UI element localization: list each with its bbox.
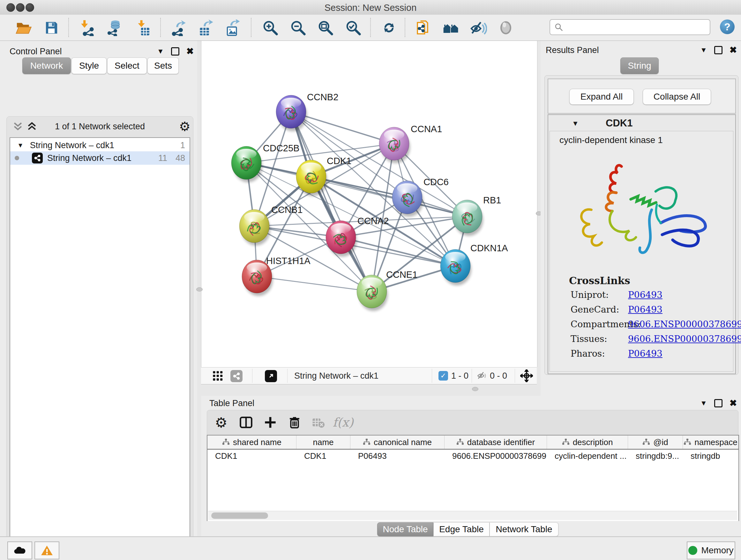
export-network-icon[interactable] xyxy=(169,18,187,37)
zoom-selected-icon[interactable] xyxy=(344,18,362,37)
hidden-items-count: 0 - 0 xyxy=(490,371,507,381)
crosslink-link[interactable]: P06493 xyxy=(628,348,663,359)
import-network-from-database-icon[interactable] xyxy=(105,18,124,37)
horizontal-splitter-handle[interactable] xyxy=(472,387,478,391)
network-node-count: 11 xyxy=(158,153,167,163)
results-panel-float-icon[interactable] xyxy=(714,46,723,54)
tab-edge-table[interactable]: Edge Table xyxy=(433,522,489,537)
table-cell[interactable]: CDK1 xyxy=(207,449,296,462)
table-panel-menu-icon[interactable]: ▼ xyxy=(700,399,707,408)
vertical-splitter-handle[interactable] xyxy=(196,287,203,292)
control-panel-float-icon[interactable] xyxy=(171,47,179,56)
network-status-dot xyxy=(15,156,19,160)
memory-status-dot xyxy=(688,546,697,555)
export-table-icon[interactable] xyxy=(196,18,214,37)
column-header-database-identifier[interactable]: database identifier xyxy=(445,435,547,449)
control-panel-close-icon[interactable]: ✖ xyxy=(186,46,194,57)
column-header-namespace[interactable]: namespace xyxy=(683,435,738,449)
node-label-CDC6: CDC6 xyxy=(423,177,449,187)
save-session-icon[interactable] xyxy=(42,18,61,37)
column-header-canonical-name[interactable]: canonical name xyxy=(350,435,445,449)
delete-column-icon[interactable] xyxy=(285,413,304,432)
table-cell[interactable]: P06493 xyxy=(350,449,445,462)
control-panel-menu-icon[interactable]: ▼ xyxy=(157,47,164,56)
network-node-CCNB2[interactable] xyxy=(276,95,307,131)
results-panel-close-icon[interactable]: ✖ xyxy=(730,45,737,55)
node-table[interactable]: shared namenamecanonical namedatabase id… xyxy=(207,435,739,521)
tab-node-table[interactable]: Node Table xyxy=(377,522,433,537)
table-cell[interactable]: CDK1 xyxy=(296,449,350,462)
show-columns-icon[interactable] xyxy=(237,413,256,432)
crosslink-link[interactable]: P06493 xyxy=(628,304,663,315)
hide-panel-eye-icon[interactable] xyxy=(469,18,488,37)
memory-button[interactable]: Memory xyxy=(687,542,735,559)
refresh-icon[interactable] xyxy=(380,18,398,37)
network-node-CDK1[interactable] xyxy=(296,160,327,196)
network-node-RB1[interactable] xyxy=(452,200,483,236)
open-session-icon[interactable] xyxy=(14,18,32,37)
network-row-selected[interactable]: String Network – cdk1 11 48 xyxy=(10,151,190,165)
tab-string[interactable]: String xyxy=(620,57,659,74)
tab-style[interactable]: Style xyxy=(71,57,107,74)
warnings-button[interactable] xyxy=(35,542,59,559)
collapse-all-button[interactable]: Collapse All xyxy=(643,89,711,105)
tree-expand-icon[interactable]: ▼ xyxy=(17,142,23,149)
column-header-description[interactable]: description xyxy=(547,435,628,449)
network-collection-row[interactable]: ▼ String Network – cdk1 1 xyxy=(10,138,190,152)
grid-view-icon[interactable] xyxy=(212,371,223,381)
share-file-icon[interactable] xyxy=(414,18,433,37)
crosslink-link[interactable]: P06493 xyxy=(628,290,663,300)
export-image-icon[interactable] xyxy=(223,18,242,37)
table-cell[interactable]: 9606.ENSP00000378699 xyxy=(445,449,547,462)
section-collapse-icon[interactable]: ▼ xyxy=(572,119,579,128)
network-node-CDC25B[interactable] xyxy=(231,146,262,182)
results-panel-menu-icon[interactable]: ▼ xyxy=(700,46,707,54)
zoom-fit-icon[interactable] xyxy=(316,18,335,37)
import-table-icon[interactable] xyxy=(134,18,152,37)
table-horizontal-scrollbar[interactable] xyxy=(208,511,737,520)
table-toolbar: ⚙ f(x) xyxy=(207,410,738,435)
toolbar-separator xyxy=(68,18,69,37)
help-button[interactable]: ? xyxy=(720,19,735,34)
network-node-CCNA2[interactable] xyxy=(326,221,357,257)
zoom-out-icon[interactable] xyxy=(289,18,307,37)
add-column-icon[interactable] xyxy=(261,413,280,432)
selected-items-checkbox-icon[interactable]: ✓ xyxy=(439,371,448,381)
import-network-icon[interactable] xyxy=(78,18,96,37)
scrollbar-thumb[interactable] xyxy=(211,512,268,519)
expand-all-button[interactable]: Expand All xyxy=(569,89,634,105)
show-eye-icon-disabled[interactable] xyxy=(496,18,515,37)
network-node-CCNA1[interactable] xyxy=(379,127,410,163)
tab-network[interactable]: Network xyxy=(22,57,71,74)
node-label-RB1: RB1 xyxy=(483,195,501,205)
crosslink-link[interactable]: 9606.ENSP00000378699 xyxy=(628,334,741,344)
cloud-button[interactable] xyxy=(7,542,32,559)
table-cell[interactable]: stringdb xyxy=(683,449,738,462)
column-header-name[interactable]: name xyxy=(296,435,350,449)
detach-view-icon[interactable] xyxy=(265,370,277,382)
footer-separator xyxy=(472,369,472,383)
network-options-gear-icon[interactable]: ⚙ xyxy=(179,119,191,134)
table-cell[interactable]: stringdb:9... xyxy=(628,449,683,462)
network-node-CDKN1A[interactable] xyxy=(441,249,471,286)
tab-select[interactable]: Select xyxy=(107,57,147,74)
table-panel-float-icon[interactable] xyxy=(714,399,723,408)
search-field[interactable] xyxy=(549,19,711,35)
tab-network-table[interactable]: Network Table xyxy=(489,522,558,537)
table-row[interactable]: CDK1CDK1P064939606.ENSP00000378699cyclin… xyxy=(207,449,738,462)
birdseye-crosshair-icon[interactable] xyxy=(520,369,533,382)
column-header--id[interactable]: @id xyxy=(628,435,683,449)
node-label-CCNB1: CCNB1 xyxy=(271,205,302,215)
crosslink-link[interactable]: 9606.ENSP00000378699 xyxy=(628,319,741,329)
column-header-shared-name[interactable]: shared name xyxy=(207,435,296,449)
tab-sets[interactable]: Sets xyxy=(147,57,179,74)
network-edge-HIST1H1A-CCNE1[interactable] xyxy=(257,276,372,292)
network-edge-count: 48 xyxy=(176,153,185,163)
home-networks-icon[interactable] xyxy=(442,18,460,37)
table-cell[interactable]: cyclin-dependent ... xyxy=(547,449,628,462)
table-options-gear-icon[interactable]: ⚙ xyxy=(212,413,231,432)
table-panel-close-icon[interactable]: ✖ xyxy=(730,398,737,408)
zoom-in-icon[interactable] xyxy=(261,18,280,37)
search-input[interactable] xyxy=(563,21,710,34)
network-node-CCNE1[interactable] xyxy=(357,275,388,311)
